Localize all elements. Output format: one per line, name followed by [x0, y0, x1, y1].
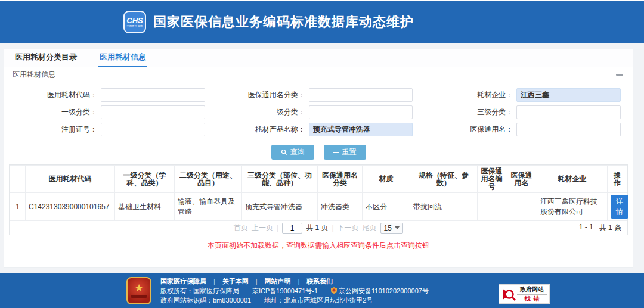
result-range: 1 - 1 [579, 223, 593, 233]
emblem-band [131, 295, 147, 298]
cell-common-name-class: 冲洗器类 [318, 193, 363, 221]
col-common-name-class: 医保通用名分类 [318, 166, 363, 193]
footer-separator: ｜ [211, 278, 218, 285]
prev-page-button[interactable]: 上一页 [252, 223, 273, 233]
consumable-code-input[interactable] [101, 88, 205, 102]
cell-level3: 预充式导管冲洗器 [242, 193, 318, 221]
page-number-input[interactable] [282, 223, 302, 234]
col-level2: 二级分类（用途、品目） [175, 166, 242, 193]
next-page-button[interactable]: 下一页 [338, 223, 359, 233]
cell-action: 详情 [608, 193, 627, 221]
level1-input[interactable] [101, 105, 205, 119]
page-size-value: 15 [384, 224, 392, 232]
col-level1: 一级分类（学科、品类） [115, 166, 175, 193]
results-table-wrap: 医用耗材代码 一级分类（学科、品类） 二级分类（用途、品目） 三级分类（部位、功… [9, 164, 628, 235]
field-company: 耗材企业： [420, 86, 628, 104]
icp-number: 京ICP备19000471号-1 [252, 287, 318, 294]
collapse-minus-icon[interactable] [616, 71, 624, 77]
common-name-class-input[interactable] [309, 88, 413, 102]
field-level3: 三级分类： [420, 104, 628, 121]
footer-link[interactable]: 国家医疗保障局 [160, 278, 206, 285]
footer-link[interactable]: 网站声明 [265, 278, 291, 285]
button-row: 查询 重置 [4, 141, 633, 164]
gov-site-error-badge[interactable]: 政府网站 找错 [499, 284, 550, 304]
col-level3: 三级分类（部位、功能、品种） [242, 166, 318, 193]
field-product-name: 耗材产品名称： [212, 121, 420, 138]
total-pages-label: 共 1 页 [306, 223, 328, 233]
query-panel-header: 医用耗材信息 [4, 67, 633, 82]
logo-text: CHS [126, 17, 143, 24]
field-common-name-class: 医保通用名分类： [212, 86, 420, 104]
detail-button[interactable]: 详情 [611, 195, 628, 219]
first-page-button[interactable]: 首页 [234, 223, 248, 233]
page-title: 国家医保信息业务编码标准数据库动态维护 [153, 13, 414, 31]
cell-row-number: 1 [10, 193, 26, 221]
footer-copyright-row: 版权所有：国家医疗保障局京ICP备19000471号-1京公网安备1101020… [160, 286, 429, 295]
app-header: CHS 中国医疗保障 国家医保信息业务编码标准数据库动态维护 [0, 1, 644, 43]
site-code: 政府网站标识码：bm83000001 [160, 297, 251, 304]
level3-input[interactable] [516, 105, 621, 119]
police-badge-icon [331, 287, 337, 294]
cell-spec: 带抗回流 [410, 193, 478, 221]
col-company: 耗材企业 [537, 166, 608, 193]
field-label: 注册证号： [4, 125, 101, 135]
minus-icon [333, 152, 339, 153]
pagination-controls: 首页 上一页 | 共 1 页 | 下一页 尾页 15 [234, 223, 403, 234]
col-code: 医用耗材代码 [26, 166, 115, 193]
chevron-down-icon [395, 226, 400, 229]
tab-consumable-catalog[interactable]: 医用耗材分类目录 [14, 48, 78, 67]
pager-divider: | [277, 224, 278, 232]
field-level1: 一级分类： [4, 104, 212, 121]
tab-consumable-info[interactable]: 医用耗材信息 [98, 48, 147, 67]
badge-texts: 政府网站 找错 [517, 285, 547, 303]
search-button[interactable]: 查询 [271, 145, 314, 160]
search-button-label: 查询 [290, 147, 305, 157]
field-label: 三级分类： [420, 107, 516, 117]
result-count: 1 - 1 共 1 条 [579, 223, 621, 233]
pagination-bar: 首页 上一页 | 共 1 页 | 下一页 尾页 15 1 - 1 共 1 条 [10, 221, 627, 235]
col-spec: 规格（特征、参数） [410, 166, 478, 193]
footer-link[interactable]: 联系我们 [306, 278, 333, 285]
cell-level1: 基础卫生材料 [115, 193, 175, 221]
pager-divider: | [332, 224, 333, 232]
company-input[interactable] [516, 88, 621, 102]
search-icon [281, 149, 287, 155]
cell-common-name [506, 193, 537, 221]
emblem-star-icon: ★ [134, 283, 143, 294]
no-data-notice: 本页面初始不加载数据，查询数据需输入相应查询条件后点击查询按钮 [4, 235, 633, 251]
result-total: 共 1 条 [599, 223, 621, 233]
reset-button-label: 重置 [342, 147, 357, 157]
col-material: 材质 [363, 166, 410, 193]
cell-company: 江西三鑫医疗科技股份有限公司 [537, 193, 608, 221]
chs-logo-icon: CHS 中国医疗保障 [123, 11, 146, 33]
national-emblem-icon: ★ [126, 277, 151, 304]
badge-line2: 找错 [517, 295, 547, 303]
cell-material: 不区分 [363, 193, 410, 221]
col-common-name: 医保通用名 [506, 166, 537, 193]
cell-level2: 输液、输血器具及管路 [175, 193, 242, 221]
tab-bar: 医用耗材分类目录 医用耗材信息 [4, 49, 633, 67]
register-no-input[interactable] [101, 123, 205, 136]
field-common-name: 医保通用名： [420, 121, 628, 138]
cell-code: C1423130390000101657 [26, 193, 115, 221]
field-label: 一级分类： [4, 107, 101, 117]
footer-link[interactable]: 关于本网 [222, 278, 249, 285]
copyright-text: 版权所有：国家医疗保障局 [160, 287, 239, 294]
field-label: 医用耗材代码： [4, 90, 101, 100]
product-name-input[interactable] [309, 123, 413, 136]
query-form: 医用耗材代码： 医保通用名分类： 耗材企业： 一级分类： 二级分类： 三级分类：… [4, 82, 633, 141]
police-number: 京公网安备11010202000007号 [339, 287, 429, 294]
common-name-input[interactable] [516, 123, 621, 136]
address: 地址：北京市西城区月坛北小街甲2号 [264, 297, 373, 304]
footer-site-row: 政府网站标识码：bm83000001地址：北京市西城区月坛北小街甲2号 [160, 295, 429, 305]
footer-links-row: 国家医疗保障局｜关于本网｜网站声明｜联系我们 [160, 276, 429, 286]
field-label: 医保通用名分类： [212, 90, 309, 100]
table-header-row: 医用耗材代码 一级分类（学科、品类） 二级分类（用途、品目） 三级分类（部位、功… [10, 166, 627, 193]
footer-separator: ｜ [296, 278, 302, 285]
find-error-magnifier-icon [501, 287, 517, 302]
reset-button[interactable]: 重置 [324, 145, 366, 160]
page-size-select[interactable]: 15 [380, 223, 403, 234]
field-label: 耗材企业： [420, 90, 516, 100]
last-page-button[interactable]: 尾页 [363, 223, 377, 233]
level2-input[interactable] [309, 105, 413, 119]
